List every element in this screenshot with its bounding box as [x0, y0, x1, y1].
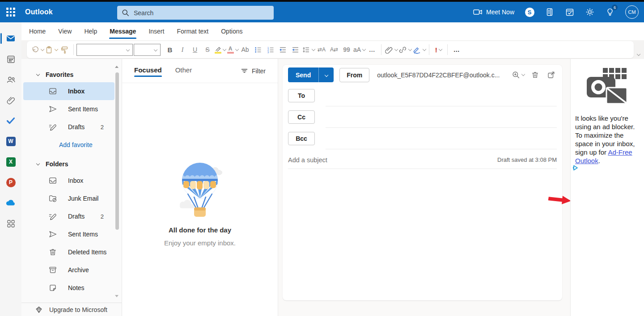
tab-other[interactable]: Other	[175, 66, 192, 80]
favorites-section-header[interactable]: Favorites	[21, 67, 122, 82]
message-body-editor[interactable]	[283, 169, 562, 300]
sidebar-item-drafts-favorite[interactable]: Drafts 2	[23, 118, 114, 136]
sidebar-item-deleted-items[interactable]: Deleted Items	[23, 243, 114, 261]
adchoices-icon[interactable]	[572, 164, 579, 173]
increase-indent-button[interactable]	[289, 43, 301, 56]
settings-button[interactable]	[585, 7, 595, 17]
paste-button[interactable]	[45, 43, 58, 56]
sidebar-item-junk-email[interactable]: Junk Email	[23, 190, 114, 207]
bullet-list-button[interactable]	[252, 43, 263, 56]
add-favorite-link[interactable]: Add favorite	[21, 136, 122, 154]
more-commands-button[interactable]: …	[451, 43, 462, 56]
my-day-button[interactable]	[565, 7, 575, 17]
bold-button[interactable]: B	[164, 43, 176, 56]
tab-home[interactable]: Home	[23, 22, 52, 40]
rail-item-excel[interactable]: X	[0, 152, 21, 172]
importance-icon: !	[435, 46, 437, 54]
attach-file-button[interactable]	[385, 43, 398, 56]
rail-item-todo[interactable]	[0, 110, 21, 131]
cc-input[interactable]	[326, 111, 557, 128]
to-input[interactable]	[326, 89, 557, 106]
sidebar-item-drafts[interactable]: Drafts 2	[23, 207, 114, 225]
highlight-icon	[215, 46, 221, 54]
rail-item-attachments[interactable]	[0, 90, 21, 110]
tab-view[interactable]: View	[52, 22, 78, 40]
cc-button[interactable]: Cc	[288, 110, 315, 124]
search-input[interactable]	[134, 9, 259, 17]
highlight-button[interactable]	[214, 43, 226, 56]
app-launcher-button[interactable]	[0, 2, 21, 22]
sidebar-item-archive[interactable]: Archive	[23, 261, 114, 279]
tab-insert[interactable]: Insert	[142, 22, 170, 40]
rail-item-more-apps[interactable]	[0, 213, 21, 234]
search-box[interactable]	[117, 6, 274, 20]
rail-item-word[interactable]: W	[0, 131, 21, 152]
to-button[interactable]: To	[288, 89, 315, 102]
rail-item-people[interactable]	[0, 69, 21, 90]
filter-button[interactable]: Filter	[241, 66, 266, 75]
sidebar-item-sent-items[interactable]: Sent Items	[23, 225, 114, 243]
bold-icon: B	[168, 46, 173, 54]
sidebar-item-label: Inbox	[68, 177, 83, 184]
insert-link-button[interactable]	[398, 43, 411, 56]
sidebar-scrollbar[interactable]	[115, 72, 119, 230]
send-button[interactable]: Send	[288, 67, 318, 82]
italic-button[interactable]: I	[177, 43, 188, 56]
discard-draft-button[interactable]	[529, 69, 541, 81]
underline-button[interactable]: U	[189, 43, 201, 56]
subject-row: Draft saved at 3:08 PM	[288, 151, 557, 169]
account-avatar[interactable]: CM	[625, 5, 639, 19]
font-color-button[interactable]: A	[227, 43, 238, 56]
importance-button[interactable]: !	[432, 43, 444, 56]
folder-pane: Favorites Inbox Sent Items Drafts 2 Add …	[21, 59, 122, 316]
numbered-list-icon: 123	[266, 46, 275, 54]
quote-button[interactable]: 99	[341, 43, 352, 56]
sidebar-scroll-down-arrow[interactable]	[115, 295, 119, 297]
tab-options[interactable]: Options	[215, 22, 249, 40]
font-name-select[interactable]	[76, 44, 133, 56]
folders-section-header[interactable]: Folders	[21, 156, 122, 172]
strikethrough-button[interactable]: S	[202, 43, 213, 56]
bcc-input[interactable]	[326, 132, 557, 149]
upgrade-footer[interactable]: Upgrade to Microsoft	[21, 303, 122, 316]
font-size-select[interactable]	[134, 44, 161, 56]
sidebar-item-sent-favorite[interactable]: Sent Items	[23, 100, 114, 118]
tab-message[interactable]: Message	[103, 22, 142, 40]
clear-formatting-button[interactable]: Ab	[239, 43, 251, 56]
tab-format-text[interactable]: Format text	[170, 22, 215, 40]
more-formatting-icon: …	[369, 46, 376, 53]
sidebar-item-inbox[interactable]: Inbox	[23, 172, 114, 190]
tips-button[interactable]: 6	[605, 7, 615, 17]
tab-focused[interactable]: Focused	[134, 66, 162, 80]
sidebar-item-notes[interactable]: Notes	[23, 279, 114, 297]
rail-item-onedrive[interactable]	[0, 193, 21, 213]
quote-icon: 99	[343, 46, 350, 53]
numbered-list-button[interactable]: 123	[264, 43, 276, 56]
collapse-ribbon-button[interactable]	[636, 49, 640, 57]
format-painter-button[interactable]	[59, 43, 70, 56]
bcc-button[interactable]: Bcc	[288, 132, 315, 145]
zoom-control-button[interactable]	[512, 69, 525, 81]
onenote-feed-button[interactable]	[545, 7, 555, 17]
decrease-indent-button[interactable]	[277, 43, 288, 56]
rail-item-powerpoint[interactable]: P	[0, 172, 21, 193]
rail-item-mail[interactable]	[0, 28, 21, 49]
more-formatting-button[interactable]: …	[366, 43, 378, 56]
from-button[interactable]: From	[339, 68, 369, 82]
open-in-new-window-button[interactable]	[545, 69, 557, 81]
send-options-dropdown[interactable]	[318, 67, 334, 82]
signature-button[interactable]	[412, 43, 426, 56]
change-case-button[interactable]: aA	[353, 43, 365, 56]
skype-button[interactable]: S	[525, 7, 534, 17]
sidebar-item-inbox-favorite[interactable]: Inbox	[23, 82, 114, 100]
undo-button[interactable]	[31, 43, 44, 56]
text-direction-rtl-button[interactable]: A⇄	[328, 43, 340, 56]
tab-help[interactable]: Help	[78, 22, 103, 40]
meet-now-button[interactable]: Meet Now	[473, 8, 514, 16]
rail-item-calendar[interactable]	[0, 49, 21, 69]
text-direction-ltr-button[interactable]: ⇄A	[316, 43, 327, 56]
sidebar-scroll-up-arrow[interactable]	[115, 66, 119, 68]
draft-saved-status: Draft saved at 3:08 PM	[497, 156, 557, 163]
line-spacing-button[interactable]	[302, 43, 315, 56]
subject-input[interactable]	[288, 156, 497, 164]
